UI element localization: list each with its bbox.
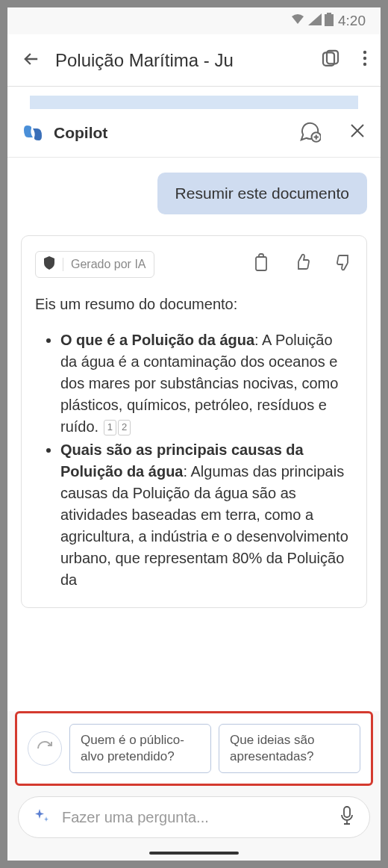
- status-time: 4:20: [338, 13, 366, 29]
- summary-intro-text: Eis um resumo do documento:: [35, 296, 353, 313]
- sparkle-icon: [34, 807, 50, 827]
- home-indicator[interactable]: [149, 852, 239, 855]
- signal-icon: [308, 13, 322, 29]
- thumbs-up-icon[interactable]: [293, 253, 311, 276]
- svg-rect-0: [325, 14, 334, 26]
- user-message-bubble: Resumir este documento: [157, 173, 367, 214]
- ai-generated-badge: Gerado por IA: [35, 251, 154, 278]
- app-header: Poluição Marítima - Ju: [7, 34, 381, 87]
- status-bar: 4:20: [7, 7, 381, 34]
- summary-list: O que é a Poluição da água: A Poluição d…: [35, 329, 353, 591]
- document-title: Poluição Marítima - Ju: [55, 50, 306, 71]
- more-menu-icon[interactable]: [363, 49, 367, 72]
- copy-icon[interactable]: [253, 253, 269, 276]
- svg-point-5: [363, 56, 366, 59]
- svg-rect-1: [327, 13, 331, 14]
- reference-badge[interactable]: 1: [104, 420, 116, 435]
- svg-rect-8: [256, 257, 266, 270]
- copilot-header-icon[interactable]: [319, 48, 342, 73]
- copilot-logo-icon: [22, 123, 43, 143]
- chat-scroll-area[interactable]: Resumir este documento Gerado por IA: [7, 158, 381, 711]
- svg-point-6: [363, 62, 366, 65]
- reference-badge[interactable]: 2: [118, 420, 131, 435]
- refresh-suggestions-button[interactable]: [28, 731, 62, 766]
- svg-point-4: [363, 50, 366, 53]
- shield-icon: [43, 256, 55, 273]
- new-chat-icon[interactable]: [298, 120, 321, 146]
- ai-badge-label: Gerado por IA: [71, 258, 146, 271]
- summary-item: Quais são as principais causas da Poluiç…: [60, 439, 353, 591]
- back-arrow-icon[interactable]: [21, 49, 42, 72]
- wifi-icon: [290, 13, 305, 29]
- svg-rect-9: [344, 807, 350, 817]
- copilot-panel-header: Copilot: [7, 109, 381, 158]
- thumbs-down-icon[interactable]: [335, 253, 353, 276]
- ai-response-card: Gerado por IA Eis um resumo do documento…: [21, 235, 367, 608]
- suggestion-chip-ideas[interactable]: Que ideias são apresentadas?: [219, 724, 360, 773]
- battery-icon: [325, 13, 334, 30]
- chat-input-bar: [18, 796, 370, 838]
- copilot-title: Copilot: [54, 124, 288, 142]
- microphone-icon[interactable]: [340, 806, 354, 828]
- chat-input[interactable]: [62, 809, 328, 826]
- suggestions-row: Quem é o público-alvo pretendido? Que id…: [15, 711, 373, 786]
- suggestion-chip-audience[interactable]: Quem é o público-alvo pretendido?: [69, 724, 211, 773]
- close-icon[interactable]: [349, 123, 366, 143]
- document-preview-strip: [7, 87, 381, 109]
- summary-item: O que é a Poluição da água: A Poluição d…: [60, 329, 353, 438]
